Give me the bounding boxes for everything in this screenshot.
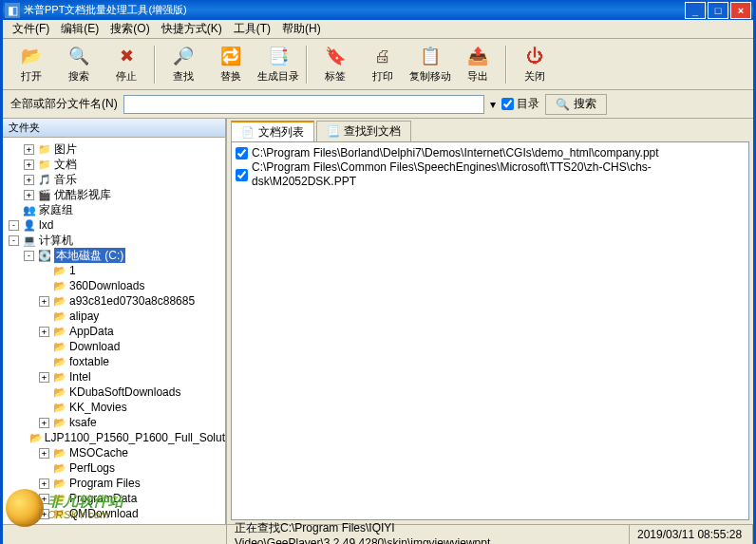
export-icon: 📤 (466, 45, 489, 67)
window-title: 米普PPT文档批量处理工具(增强版) (24, 3, 685, 17)
tree-label: 1 (69, 263, 76, 278)
status-time: 2019/03/11 08:55:28 (630, 525, 753, 544)
replace-button[interactable]: 🔁替换 (208, 42, 254, 87)
folder-icon: 👤 (22, 218, 37, 232)
expand-toggle[interactable]: + (39, 509, 49, 519)
menu-search[interactable]: 搜索(O) (104, 19, 155, 39)
tree-node[interactable]: 📂PerfLogs (3, 460, 225, 476)
file-row[interactable]: C:\Program Files\Common Files\SpeechEngi… (236, 160, 745, 189)
move-icon: 📋 (419, 45, 442, 67)
expand-toggle[interactable]: + (39, 478, 49, 489)
tree-node[interactable]: 📂alipay (3, 309, 225, 324)
do-search-button[interactable]: 🔍搜索 (545, 94, 607, 115)
tab-file-list[interactable]: 📄文档列表 (231, 121, 314, 141)
print-button[interactable]: 🖨打印 (360, 42, 406, 87)
expand-toggle[interactable]: - (9, 235, 19, 246)
toolbar: 📂打开 🔍搜索 ✖停止 🔎查找 🔁替换 📑生成目录 🔖标签 🖨打印 📋复制移动 … (3, 39, 753, 90)
tree-node[interactable]: +📂AppData (3, 324, 225, 339)
folder-icon: 📂 (52, 294, 67, 308)
tree-node[interactable]: 📂foxtable (3, 354, 225, 369)
tree-label: 文档 (54, 157, 77, 172)
find-button[interactable]: 🔎查找 (161, 42, 206, 87)
maximize-button[interactable]: □ (708, 2, 728, 19)
tree-node[interactable]: 📂LJP1100_P1560_P1600_Full_Solut (3, 430, 225, 445)
menu-tool[interactable]: 工具(T) (228, 19, 276, 39)
tree-node[interactable]: +📂a93c81ed0730a8c88685 (3, 293, 225, 309)
file-path: C:\Program Files\Borland\Delphi7\Demos\I… (252, 146, 659, 160)
tree-label: LJP1100_P1560_P1600_Full_Solut (45, 430, 225, 445)
tree-label: PerfLogs (69, 460, 115, 476)
folder-icon: 📂 (52, 446, 67, 460)
titlebar: ◧ 米普PPT文档批量处理工具(增强版) _ □ × (3, 0, 753, 20)
left-panel: 文件夹 +📁图片+📁文档+🎵音乐+🎬优酷影视库👥家庭组-👤lxd-💻计算机-💽本… (3, 119, 227, 524)
file-checkbox[interactable] (236, 147, 248, 159)
menu-edit[interactable]: 编辑(E) (55, 19, 104, 39)
tree-node[interactable]: +📂ksafe (3, 415, 225, 430)
expand-toggle[interactable]: + (39, 494, 49, 504)
tree-node[interactable]: -💽本地磁盘 (C:) (3, 248, 225, 263)
tree-node[interactable]: 📂1 (3, 263, 225, 278)
tree-node[interactable]: 📂360Downloads (3, 278, 225, 293)
tree-node[interactable]: 📂Download (3, 339, 225, 354)
tree-node[interactable]: 📂KDubaSoftDownloads (3, 385, 225, 400)
filename-input[interactable] (123, 95, 484, 114)
tree-node[interactable]: +📂QMDownload (3, 506, 225, 521)
expand-toggle[interactable]: + (39, 372, 49, 383)
tree-label: foxtable (69, 354, 109, 369)
tree-node[interactable]: 📂KK_Movies (3, 400, 225, 415)
folder-icon: 👥 (22, 203, 37, 216)
menu-help[interactable]: 帮助(H) (276, 19, 327, 39)
folder-tree[interactable]: +📁图片+📁文档+🎵音乐+🎬优酷影视库👥家庭组-👤lxd-💻计算机-💽本地磁盘 … (3, 138, 225, 524)
tree-label: Download (69, 339, 120, 354)
tree-node[interactable]: +📁图片 (3, 141, 225, 157)
move-button[interactable]: 📋复制移动 (407, 42, 453, 87)
close-window-button[interactable]: × (730, 2, 751, 19)
tree-node[interactable]: -👤lxd (3, 217, 225, 233)
export-button[interactable]: 📤导出 (455, 42, 501, 87)
tag-button[interactable]: 🔖标签 (312, 42, 358, 87)
expand-toggle[interactable]: + (39, 296, 49, 307)
folder-icon: 📂 (52, 370, 67, 384)
expand-toggle[interactable]: - (9, 220, 19, 231)
expand-toggle[interactable]: - (24, 251, 34, 261)
expand-toggle[interactable]: + (24, 175, 34, 185)
expand-toggle[interactable]: + (39, 327, 49, 337)
tree-node[interactable]: +📁文档 (3, 157, 225, 172)
makedir-button[interactable]: 📑生成目录 (255, 42, 301, 87)
open-button[interactable]: 📂打开 (9, 42, 54, 87)
minimize-button[interactable]: _ (685, 2, 706, 19)
toolbar-separator (306, 46, 308, 84)
status-message: 正在查找C:\Program Files\IQIYI Video\GeePlay… (227, 525, 630, 544)
tree-node[interactable]: 📂safemon (3, 521, 225, 524)
folder-icon: 📂 (52, 325, 67, 338)
close-button[interactable]: ⏻关闭 (512, 42, 558, 87)
file-list[interactable]: C:\Program Files\Borland\Delphi7\Demos\I… (231, 141, 749, 520)
expand-toggle[interactable]: + (24, 159, 34, 170)
tree-node[interactable]: +📂Program Files (3, 476, 225, 491)
tree-node[interactable]: 👥家庭组 (3, 202, 225, 217)
menu-quick[interactable]: 快捷方式(K) (156, 19, 228, 39)
expand-toggle[interactable]: + (39, 418, 49, 428)
folder-icon: 📂 (52, 355, 67, 368)
file-path: C:\Program Files\Common Files\SpeechEngi… (252, 160, 745, 189)
stop-button[interactable]: ✖停止 (104, 42, 149, 87)
tree-label: Intel (69, 369, 91, 385)
tree-node[interactable]: +🎵音乐 (3, 172, 225, 187)
directory-checkbox[interactable]: 目录 (501, 96, 539, 112)
expand-toggle[interactable]: + (24, 190, 34, 200)
expand-toggle[interactable]: + (24, 144, 34, 155)
tree-node[interactable]: +📂Intel (3, 369, 225, 385)
tree-node[interactable]: +📂ProgramData (3, 491, 225, 506)
tree-node[interactable]: +📂MSOCache (3, 445, 225, 460)
expand-toggle[interactable]: + (39, 448, 49, 459)
search-button[interactable]: 🔍搜索 (56, 42, 102, 87)
tree-node[interactable]: -💻计算机 (3, 233, 225, 248)
file-row[interactable]: C:\Program Files\Borland\Delphi7\Demos\I… (236, 146, 745, 160)
menu-file[interactable]: 文件(F) (7, 19, 55, 39)
dropdown-icon[interactable]: ▾ (490, 98, 496, 111)
tab-found-files[interactable]: 📃查找到文档 (316, 121, 411, 141)
folder-icon: 📂 (52, 279, 67, 292)
folder-icon: 📁 (37, 142, 52, 156)
tree-node[interactable]: +🎬优酷影视库 (3, 187, 225, 202)
file-checkbox[interactable] (236, 169, 248, 181)
